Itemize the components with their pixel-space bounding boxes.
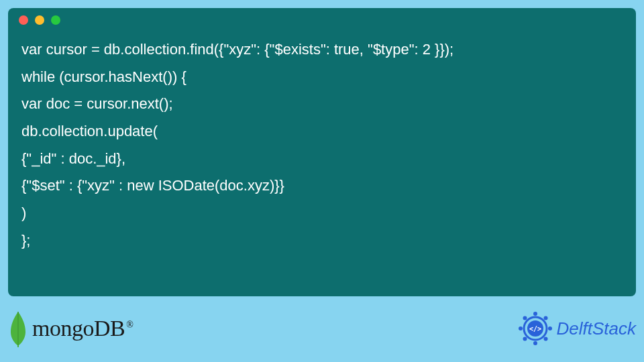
code-line: {"$set" : {"xyz" : new ISODate(doc.xyz)}… — [21, 172, 623, 200]
code-line: while (cursor.hasNext()) { — [21, 64, 623, 91]
code-block: var cursor = db.collection.find({"xyz": … — [8, 32, 636, 268]
svg-point-4 — [533, 341, 537, 345]
svg-point-5 — [523, 337, 527, 341]
svg-point-1 — [543, 316, 547, 320]
svg-point-2 — [548, 326, 552, 330]
minimize-icon — [35, 15, 44, 25]
code-window: var cursor = db.collection.find({"xyz": … — [8, 8, 636, 296]
code-line: {"_id" : doc._id}, — [21, 145, 623, 173]
window-titlebar — [8, 8, 636, 32]
mongodb-leaf-icon — [8, 308, 28, 349]
code-line: var doc = cursor.next(); — [21, 90, 623, 118]
delftstack-gear-icon: </> — [517, 310, 554, 347]
close-icon — [19, 15, 28, 25]
code-line: ) — [21, 200, 623, 227]
code-line: }; — [21, 227, 623, 255]
footer: mongoDB® </> DelftStack — [8, 302, 636, 355]
svg-point-6 — [519, 326, 523, 330]
mongodb-logo: mongoDB® — [8, 308, 133, 349]
maximize-icon — [51, 15, 60, 25]
mongodb-text: mongoDB® — [32, 316, 133, 341]
svg-point-7 — [523, 316, 527, 320]
delftstack-text: DelftStack — [557, 318, 637, 339]
code-line: var cursor = db.collection.find({"xyz": … — [21, 36, 623, 64]
code-line: db.collection.update( — [21, 118, 623, 145]
svg-point-0 — [533, 312, 537, 316]
delftstack-logo: </> DelftStack — [517, 310, 637, 347]
svg-point-3 — [543, 337, 547, 341]
svg-text:</>: </> — [529, 325, 541, 333]
